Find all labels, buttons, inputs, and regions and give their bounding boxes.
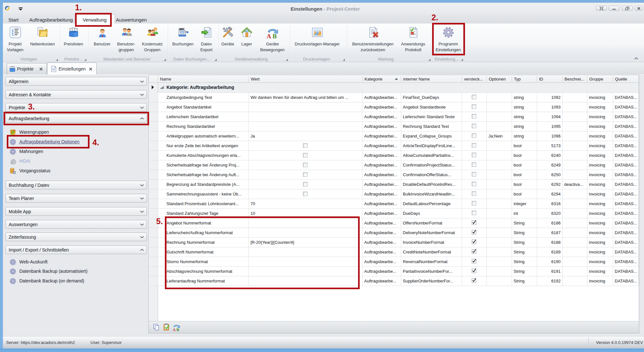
svg-text:B: B [273,33,277,39]
svg-text:A: A [267,33,271,39]
svg-text:B: B [176,328,179,332]
svg-text:A: A [173,328,176,332]
